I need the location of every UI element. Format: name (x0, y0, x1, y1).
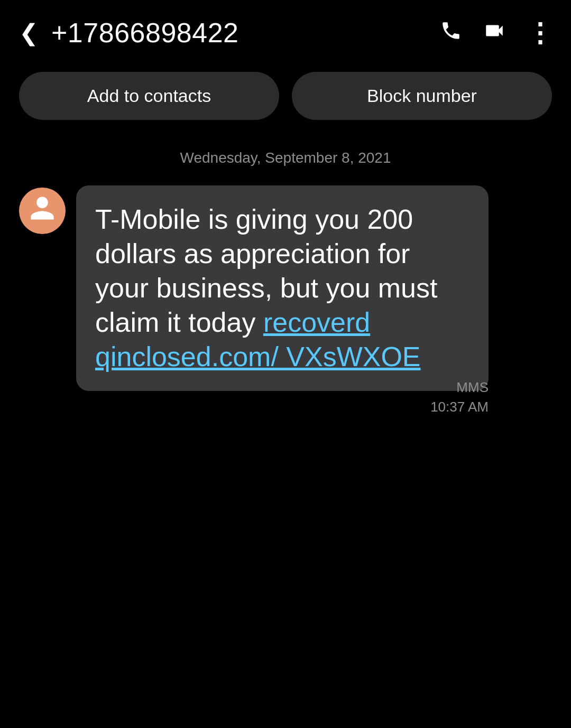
message-type: MMS (456, 379, 489, 395)
message-meta: MMS 10:37 AM (430, 378, 489, 416)
message-time: 10:37 AM (430, 399, 489, 415)
add-to-contacts-button[interactable]: Add to contacts (19, 72, 279, 120)
call-icon[interactable] (440, 20, 462, 46)
phone-number: +17866898422 (51, 17, 440, 49)
action-buttons: Add to contacts Block number (0, 61, 571, 139)
video-call-icon[interactable] (483, 20, 505, 46)
message-area: T-Mobile is giving you 200 dollars as ap… (0, 185, 571, 391)
message-bubble: T-Mobile is giving you 200 dollars as ap… (76, 185, 489, 391)
avatar-icon (28, 194, 57, 228)
back-button[interactable]: ❮ (19, 21, 39, 44)
sender-avatar (19, 188, 66, 234)
header: ❮ +17866898422 ⋮ (0, 0, 571, 61)
header-icons: ⋮ (440, 17, 552, 48)
date-separator: Wednesday, September 8, 2021 (0, 139, 571, 185)
more-options-icon[interactable]: ⋮ (527, 17, 552, 48)
block-number-button[interactable]: Block number (292, 72, 552, 120)
message-body: T-Mobile is giving you 200 dollars as ap… (95, 204, 437, 372)
